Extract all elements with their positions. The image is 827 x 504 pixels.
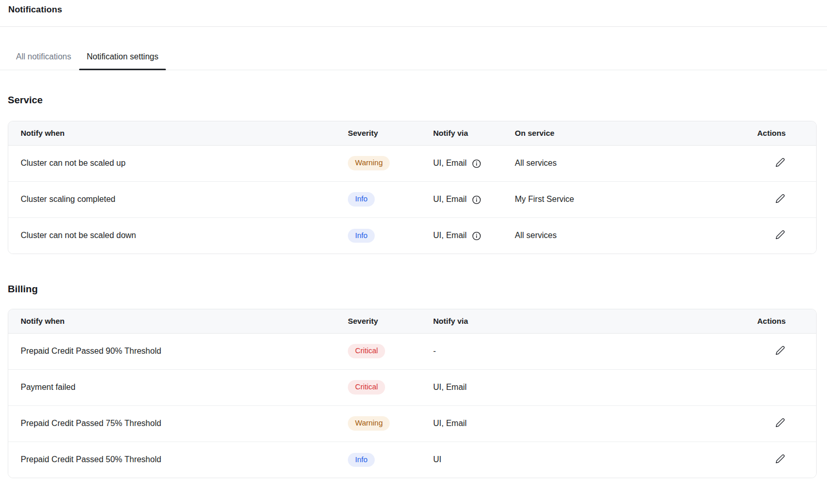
pencil-icon bbox=[775, 454, 785, 465]
table-row: Prepaid Credit Passed 75% ThresholdWarni… bbox=[8, 405, 817, 442]
pencil-icon bbox=[775, 158, 785, 169]
pencil-icon bbox=[775, 345, 785, 357]
notify-via-text: UI, Email bbox=[433, 231, 467, 240]
notify-when-cell: Cluster scaling completed bbox=[8, 181, 335, 217]
notify-via-value: UI, Email bbox=[433, 230, 481, 241]
edit-button[interactable] bbox=[774, 156, 786, 170]
severity-cell: Info bbox=[335, 217, 421, 254]
notify-when-cell: Cluster can not be scaled down bbox=[8, 217, 335, 254]
severity-cell: Info bbox=[335, 442, 421, 478]
notify-when-cell: Payment failed bbox=[8, 369, 335, 405]
actions-cell bbox=[745, 442, 817, 478]
severity-badge: Warning bbox=[348, 156, 390, 170]
notify-via-cell: UI, Email bbox=[421, 181, 502, 217]
section-heading-billing: Billing bbox=[8, 284, 817, 295]
billing-table: Notify whenSeverityNotify viaActionsPrep… bbox=[8, 309, 817, 478]
info-circle-icon[interactable] bbox=[472, 195, 481, 204]
edit-button[interactable] bbox=[774, 417, 786, 430]
table-row: Prepaid Credit Passed 90% ThresholdCriti… bbox=[8, 333, 817, 369]
notify-via-text: UI, Email bbox=[433, 419, 467, 428]
notify-via-cell: UI, Email bbox=[421, 217, 502, 254]
column-header-severity: Severity bbox=[335, 309, 421, 333]
notify-when-cell: Prepaid Credit Passed 50% Threshold bbox=[8, 442, 335, 478]
severity-cell: Warning bbox=[335, 405, 421, 442]
notify-via-cell: UI bbox=[421, 442, 745, 478]
column-header-severity: Severity bbox=[335, 121, 421, 145]
actions-cell bbox=[745, 333, 817, 369]
tab-bar: All notifications Notification settings bbox=[0, 49, 827, 70]
service-table: Notify whenSeverityNotify viaOn serviceA… bbox=[8, 121, 817, 254]
billing-table-card: Notify whenSeverityNotify viaActionsPrep… bbox=[8, 309, 817, 478]
notify-via-cell: UI, Email bbox=[421, 405, 745, 442]
actions-cell bbox=[745, 369, 817, 405]
notify-via-value: UI bbox=[433, 455, 441, 464]
tab-all-notifications[interactable]: All notifications bbox=[8, 49, 79, 70]
notify-via-value: UI, Email bbox=[433, 383, 467, 392]
notify-via-text: UI, Email bbox=[433, 383, 467, 392]
page-header: Notifications bbox=[0, 0, 827, 27]
severity-badge: Critical bbox=[348, 344, 385, 358]
edit-button[interactable] bbox=[774, 229, 786, 242]
notify-via-text: UI, Email bbox=[433, 195, 467, 204]
notify-when-cell: Prepaid Credit Passed 75% Threshold bbox=[8, 405, 335, 442]
notify-via-text: - bbox=[433, 346, 436, 356]
severity-cell: Info bbox=[335, 181, 421, 217]
severity-cell: Critical bbox=[335, 369, 421, 405]
notify-via-value: UI, Email bbox=[433, 419, 467, 428]
on-service-cell: My First Service bbox=[502, 181, 745, 217]
severity-badge: Info bbox=[348, 192, 375, 207]
edit-button[interactable] bbox=[774, 453, 786, 466]
notify-via-cell: UI, Email bbox=[421, 145, 502, 181]
edit-button[interactable] bbox=[774, 344, 786, 358]
column-header-notify-via: Notify via bbox=[421, 309, 745, 333]
table-header-row: Notify whenSeverityNotify viaActions bbox=[8, 309, 817, 333]
notify-via-cell: UI, Email bbox=[421, 369, 745, 405]
column-header-notify-when: Notify when bbox=[8, 309, 335, 333]
page-title: Notifications bbox=[8, 5, 819, 15]
service-table-card: Notify whenSeverityNotify viaOn serviceA… bbox=[8, 121, 817, 254]
table-row: Prepaid Credit Passed 50% ThresholdInfoU… bbox=[8, 442, 817, 478]
notify-when-cell: Prepaid Credit Passed 90% Threshold bbox=[8, 333, 335, 369]
pencil-icon bbox=[775, 230, 785, 241]
table-header-row: Notify whenSeverityNotify viaOn serviceA… bbox=[8, 121, 817, 145]
severity-badge: Warning bbox=[348, 416, 390, 431]
on-service-cell: All services bbox=[502, 145, 745, 181]
severity-cell: Warning bbox=[335, 145, 421, 181]
notify-via-cell: - bbox=[421, 333, 745, 369]
table-row: Payment failedCriticalUI, Email bbox=[8, 369, 817, 405]
pencil-icon bbox=[775, 194, 785, 205]
notification-settings-content: ServiceNotify whenSeverityNotify viaOn s… bbox=[0, 94, 827, 478]
info-circle-icon[interactable] bbox=[472, 159, 481, 168]
column-header-actions: Actions bbox=[745, 121, 817, 145]
severity-badge: Info bbox=[348, 229, 375, 243]
column-header-notify-when: Notify when bbox=[8, 121, 335, 145]
actions-cell bbox=[745, 405, 817, 442]
actions-cell bbox=[745, 217, 817, 254]
table-row: Cluster can not be scaled upWarningUI, E… bbox=[8, 145, 817, 181]
notify-when-cell: Cluster can not be scaled up bbox=[8, 145, 335, 181]
on-service-cell: All services bbox=[502, 217, 745, 254]
notify-via-value: UI, Email bbox=[433, 194, 481, 204]
actions-cell bbox=[745, 181, 817, 217]
section-heading-service: Service bbox=[8, 94, 817, 106]
notify-via-text: UI, Email bbox=[433, 159, 467, 168]
table-row: Cluster scaling completedInfoUI, EmailMy… bbox=[8, 181, 817, 217]
severity-badge: Info bbox=[348, 453, 375, 467]
info-circle-icon[interactable] bbox=[472, 231, 481, 241]
column-header-on-service: On service bbox=[502, 121, 745, 145]
table-row: Cluster can not be scaled downInfoUI, Em… bbox=[8, 217, 817, 254]
notify-via-value: UI, Email bbox=[433, 158, 481, 168]
column-header-actions: Actions bbox=[745, 309, 817, 333]
notify-via-text: UI bbox=[433, 455, 441, 464]
actions-cell bbox=[745, 145, 817, 181]
severity-badge: Critical bbox=[348, 380, 385, 395]
tab-notification-settings[interactable]: Notification settings bbox=[79, 49, 166, 70]
notify-via-value: - bbox=[433, 346, 436, 356]
edit-button[interactable] bbox=[774, 193, 786, 206]
pencil-icon bbox=[775, 418, 785, 429]
severity-cell: Critical bbox=[335, 333, 421, 369]
column-header-notify-via: Notify via bbox=[421, 121, 502, 145]
